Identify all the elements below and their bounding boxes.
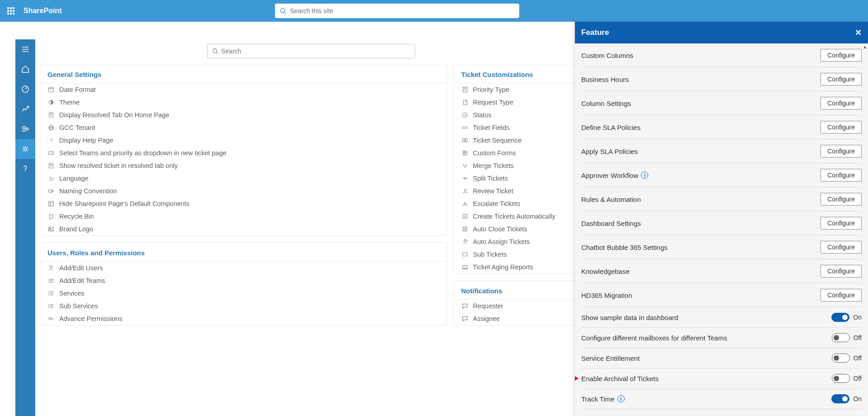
- settings-item[interactable]: Brand Logo: [40, 223, 447, 235]
- configure-button[interactable]: Configure: [821, 289, 862, 301]
- svg-rect-7: [10, 13, 12, 14]
- settings-item-label: Add/Edit Teams: [59, 277, 105, 284]
- feature-row: Configure different mailboxes for differ…: [581, 328, 862, 348]
- settings-item[interactable]: Naming Convention: [40, 185, 447, 197]
- settings-item[interactable]: ?Display Help Page: [40, 134, 447, 147]
- close-icon[interactable]: ✕: [855, 28, 862, 38]
- toggle-switch[interactable]: [832, 374, 850, 383]
- sidebar-help[interactable]: ?: [15, 159, 35, 179]
- svg-point-76: [464, 239, 465, 241]
- settings-item-label: Date Format: [59, 86, 96, 93]
- settings-item[interactable]: Advance Permissions: [40, 312, 447, 325]
- svg-rect-5: [13, 10, 14, 12]
- configure-button[interactable]: Configure: [821, 97, 862, 110]
- settings-item-label: Add/Edit Users: [59, 264, 103, 272]
- settings-item-label: Merge Tickets: [473, 162, 514, 169]
- sub-icon: [461, 251, 469, 258]
- settings-item-label: GCC Tenant: [59, 124, 95, 131]
- svg-rect-2: [13, 7, 14, 9]
- feature-label: HD365 Migration: [581, 292, 632, 299]
- settings-item-label: Custom Forms: [473, 149, 516, 157]
- toggle-switch[interactable]: [832, 354, 850, 363]
- settings-item[interactable]: Date Format: [40, 83, 447, 96]
- chat-icon: [461, 302, 469, 310]
- toggle-switch[interactable]: [831, 313, 849, 322]
- configure-button[interactable]: Configure: [821, 193, 862, 206]
- site-search[interactable]: [275, 4, 519, 18]
- feature-label: Chatbot Bubble 365 Settings: [581, 244, 668, 251]
- settings-item-label: Display Help Page: [59, 137, 113, 144]
- svg-rect-6: [7, 13, 9, 14]
- svg-point-15: [23, 126, 25, 129]
- feature-row: Service EntitlementOff: [581, 348, 862, 368]
- toggle-switch[interactable]: [832, 333, 850, 342]
- configure-button[interactable]: Configure: [821, 145, 862, 158]
- settings-item[interactable]: Services: [40, 287, 447, 300]
- info-icon[interactable]: i: [617, 395, 625, 402]
- sidebar-settings[interactable]: [15, 139, 35, 159]
- toggle-state-label: On: [853, 395, 862, 402]
- svg-point-44: [49, 279, 51, 281]
- svg-point-49: [49, 292, 49, 292]
- settings-item[interactable]: Theme: [40, 96, 447, 109]
- close-icon: [461, 225, 469, 233]
- settings-item[interactable]: Display Resolved Tab On Home Page: [40, 109, 447, 121]
- sidebar-reports[interactable]: [15, 99, 35, 119]
- feature-row: Enable Archival of TicketsOff: [581, 368, 862, 389]
- configure-button[interactable]: Configure: [821, 49, 862, 62]
- sidebar-home[interactable]: [15, 59, 35, 79]
- feature-row: Column SettingsConfigure: [581, 91, 862, 115]
- sidebar: ?: [15, 39, 35, 416]
- search-icon: [212, 48, 218, 54]
- auto-icon: [461, 213, 469, 220]
- svg-point-51: [49, 295, 49, 295]
- svg-point-17: [24, 148, 27, 150]
- aging-icon: [461, 263, 469, 271]
- configure-button[interactable]: Configure: [821, 121, 862, 134]
- list-icon: [47, 290, 55, 297]
- configure-button[interactable]: Configure: [821, 241, 862, 253]
- configure-button[interactable]: Configure: [821, 265, 862, 277]
- settings-item[interactable]: Hide Sharepoint Page's Default Component…: [40, 197, 447, 210]
- settings-item[interactable]: Select Teams and priority as dropdown in…: [40, 147, 447, 159]
- configure-button[interactable]: Configure: [821, 217, 862, 230]
- info-icon[interactable]: i: [641, 172, 648, 179]
- assign-icon: [461, 238, 469, 245]
- site-search-input[interactable]: [290, 7, 515, 14]
- feature-label: Enable Archival of Tickets: [581, 375, 659, 383]
- settings-item[interactable]: Add/Edit Users: [40, 262, 447, 274]
- trash-icon: [47, 213, 55, 220]
- sidebar-hamburger[interactable]: [15, 39, 35, 59]
- brand-label: SharePoint: [24, 7, 62, 15]
- settings-item-label: Hide Sharepoint Page's Default Component…: [59, 200, 190, 207]
- settings-item-label: Show resolved ticket in resolved tab onl…: [59, 162, 178, 169]
- feature-label: Apply SLA Policies: [581, 148, 638, 155]
- settings-item-label: Sub Services: [59, 302, 98, 310]
- general-settings-card: General Settings Date FormatThemeDisplay…: [40, 64, 447, 236]
- settings-item[interactable]: Sub Services: [40, 300, 447, 312]
- settings-item-label: Requester: [473, 302, 503, 310]
- app-launcher-icon[interactable]: [0, 0, 22, 22]
- chat-icon: [461, 315, 469, 322]
- feature-label: Service Entitlement: [581, 354, 640, 362]
- sidebar-dashboard[interactable]: [15, 79, 35, 99]
- settings-item-label: Advance Permissions: [59, 315, 122, 322]
- card-title: General Settings: [40, 64, 447, 83]
- feature-row: HD365 MigrationConfigure: [581, 283, 862, 307]
- settings-item[interactable]: Show resolved ticket in resolved tab onl…: [40, 159, 447, 172]
- settings-item[interactable]: Add/Edit Teams: [40, 274, 447, 287]
- configure-button[interactable]: Configure: [821, 169, 862, 182]
- settings-search-input[interactable]: [221, 48, 410, 55]
- settings-item[interactable]: GCC Tenant: [40, 121, 447, 134]
- svg-point-56: [49, 306, 49, 306]
- settings-item[interactable]: 文ALanguage: [40, 172, 447, 185]
- dropdown-icon: [47, 149, 55, 157]
- svg-point-36: [52, 190, 54, 192]
- settings-search[interactable]: [207, 44, 415, 58]
- sidebar-users[interactable]: [15, 119, 35, 139]
- configure-button[interactable]: Configure: [821, 73, 862, 86]
- settings-item-label: Request Type: [473, 99, 513, 106]
- settings-item[interactable]: Recycle Bin: [40, 210, 447, 223]
- calendar-icon: [47, 86, 55, 93]
- toggle-switch[interactable]: [831, 394, 849, 403]
